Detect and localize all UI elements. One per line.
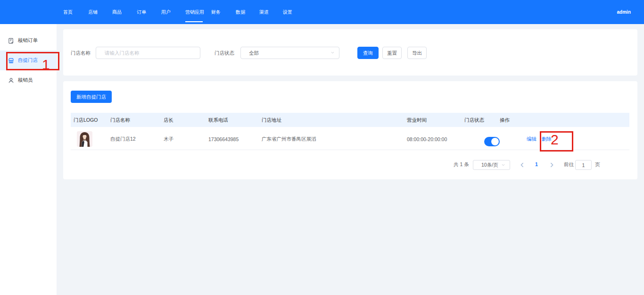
col-phone: 联系电话 bbox=[206, 113, 259, 127]
next-page-arrow[interactable] bbox=[550, 162, 553, 168]
cell-address: 广东省广州市番禺区展滔 bbox=[259, 127, 404, 150]
reset-button[interactable]: 重置 bbox=[382, 47, 402, 59]
nav-shop[interactable]: 店铺 bbox=[88, 0, 98, 24]
col-address: 门店地址 bbox=[259, 113, 404, 127]
sidebar-item-label: 核销员 bbox=[18, 77, 33, 84]
top-navbar: 首页 店铺 商品 订单 用户 营销应用 财务 数据 渠道 设置 admin bbox=[0, 0, 644, 24]
sidebar-item-label: 核销订单 bbox=[18, 37, 38, 44]
prev-page-arrow[interactable] bbox=[520, 162, 524, 168]
col-logo: 门店LOGO bbox=[71, 113, 107, 127]
order-check-icon bbox=[8, 38, 14, 44]
nav-data[interactable]: 数据 bbox=[236, 0, 245, 24]
page-size-value: 10条/页 bbox=[481, 162, 498, 168]
nav-home[interactable]: 首页 bbox=[63, 0, 73, 24]
col-name: 门店名称 bbox=[107, 113, 161, 127]
nav-users[interactable]: 用户 bbox=[161, 0, 171, 24]
store-status-value: 全部 bbox=[249, 50, 259, 56]
nav-goods[interactable]: 商品 bbox=[112, 0, 122, 24]
table-card: 新增自提门店 门店LOGO 门店名称 店长 联系电话 门店地址 营业时间 门店状… bbox=[63, 81, 637, 179]
page-unit-label: 页 bbox=[595, 161, 600, 168]
store-status-toggle[interactable] bbox=[484, 137, 500, 146]
chevron-down-icon bbox=[502, 163, 505, 167]
nav-finance[interactable]: 财务 bbox=[211, 0, 221, 24]
annotation-number-2: 2 bbox=[551, 133, 559, 147]
toggle-knob bbox=[491, 138, 499, 145]
cell-store-name: 自提门店12 bbox=[107, 127, 161, 150]
export-button[interactable]: 导出 bbox=[407, 47, 427, 59]
cell-hours: 08:00:00-20:00:00 bbox=[404, 127, 462, 150]
goto-label: 前往 bbox=[564, 161, 574, 168]
active-nav-underline bbox=[185, 21, 203, 22]
col-actions: 操作 bbox=[497, 113, 629, 127]
store-status-select[interactable]: 全部 bbox=[240, 47, 339, 59]
store-name-input-wrap bbox=[96, 47, 200, 59]
search-button[interactable]: 查询 bbox=[357, 47, 379, 59]
col-hours: 营业时间 bbox=[404, 113, 462, 127]
store-name-label: 门店名称 bbox=[71, 47, 91, 59]
sidebar-item-verifier[interactable]: 核销员 bbox=[0, 70, 57, 90]
nav-marketing[interactable]: 营销应用 bbox=[185, 0, 204, 24]
goto-page-input[interactable] bbox=[575, 160, 592, 170]
nav-channel[interactable]: 渠道 bbox=[259, 0, 269, 24]
store-logo-avatar bbox=[77, 131, 92, 147]
cell-manager: 木子 bbox=[161, 127, 206, 150]
annotation-box-1 bbox=[6, 52, 59, 70]
table-header-row: 门店LOGO 门店名称 店长 联系电话 门店地址 营业时间 门店状态 操作 bbox=[71, 113, 629, 127]
current-page[interactable]: 1 bbox=[535, 161, 538, 167]
nav-orders[interactable]: 订单 bbox=[137, 0, 146, 24]
edit-link[interactable]: 编辑 bbox=[527, 136, 537, 143]
col-manager: 店长 bbox=[161, 113, 206, 127]
pagination-total: 共 1 条 bbox=[454, 161, 469, 168]
admin-user-label[interactable]: admin bbox=[617, 0, 631, 24]
person-icon bbox=[8, 77, 14, 84]
col-status: 门店状态 bbox=[462, 113, 497, 127]
sidebar-item-verify-orders[interactable]: 核销订单 bbox=[0, 31, 57, 51]
add-store-button[interactable]: 新增自提门店 bbox=[71, 91, 112, 103]
chevron-down-icon bbox=[331, 51, 334, 54]
page-size-select[interactable]: 10条/页 bbox=[473, 160, 510, 170]
annotation-number-1: 1 bbox=[42, 58, 50, 72]
filter-card: 门店名称 门店状态 全部 查询 重置 导出 bbox=[63, 29, 637, 76]
store-status-label: 门店状态 bbox=[215, 47, 234, 59]
main-content: 门店名称 门店状态 全部 查询 重置 导出 新增自提门店 门店LOGO 门店名称… bbox=[57, 24, 644, 295]
store-name-input[interactable] bbox=[96, 47, 200, 59]
cell-phone: 17306643985 bbox=[206, 127, 259, 150]
nav-settings[interactable]: 设置 bbox=[283, 0, 292, 24]
